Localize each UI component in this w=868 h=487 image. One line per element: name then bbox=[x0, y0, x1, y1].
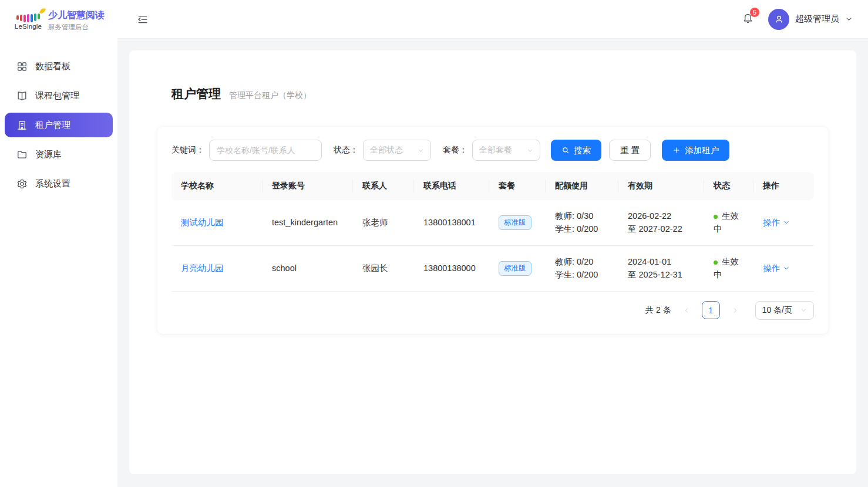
actions-dropdown[interactable]: 操作 bbox=[763, 262, 790, 275]
tenant-table: 学校名称 登录账号 联系人 联系电话 套餐 配额使用 有效期 状态 操作 测试幼… bbox=[171, 172, 814, 292]
status-cell: 生效中 bbox=[704, 245, 753, 291]
filter-bar: 关键词： 状态： 全部状态 套餐： 全部套餐 搜索 重 置 bbox=[171, 140, 814, 161]
sidebar-item-label: 租户管理 bbox=[35, 120, 70, 131]
menu-fold-icon bbox=[137, 13, 149, 25]
user-icon bbox=[773, 13, 785, 25]
sidebar-collapse-button[interactable] bbox=[137, 12, 152, 27]
sidebar-item-dashboard[interactable]: 数据看板 bbox=[5, 54, 113, 79]
main-content: 租户管理 管理平台租户（学校） 关键词： 状态： 全部状态 套餐： 全部套餐 bbox=[117, 0, 868, 474]
sidebar-item-settings[interactable]: 系统设置 bbox=[5, 171, 113, 196]
keyword-label: 关键词： bbox=[171, 145, 204, 155]
sidebar-item-label: 系统设置 bbox=[35, 178, 70, 190]
lesingle-logo-icon: LeSingle bbox=[15, 12, 41, 30]
quota-student: 学生: 0/200 bbox=[555, 268, 609, 281]
logo-wordmark: LeSingle bbox=[15, 23, 42, 30]
dashboard-icon bbox=[16, 61, 28, 72]
column-header-school: 学校名称 bbox=[171, 172, 263, 200]
actions-label: 操作 bbox=[763, 262, 780, 275]
column-header-phone: 联系电话 bbox=[414, 172, 489, 200]
plan-select[interactable]: 全部套餐 bbox=[472, 140, 540, 161]
logo-leaf-icon bbox=[39, 6, 46, 14]
notification-badge: 5 bbox=[749, 7, 760, 18]
search-icon bbox=[561, 146, 570, 154]
valid-from: 2026-02-22 bbox=[628, 209, 695, 222]
user-name: 超级管理员 bbox=[795, 13, 839, 25]
chevron-down-icon bbox=[783, 265, 790, 272]
phone-cell: 13800138000 bbox=[414, 245, 489, 291]
valid-to: 至 2025-12-31 bbox=[628, 268, 695, 281]
chevron-down-icon bbox=[527, 147, 533, 154]
page-size-select[interactable]: 10 条/页 bbox=[755, 301, 814, 320]
column-header-validity: 有效期 bbox=[618, 172, 704, 200]
sidebar-item-tenants[interactable]: 租户管理 bbox=[5, 113, 113, 137]
contact-cell: 张老师 bbox=[353, 200, 414, 245]
search-button[interactable]: 搜索 bbox=[551, 140, 601, 161]
status-select-value: 全部状态 bbox=[370, 145, 403, 155]
quota-teacher: 教师: 0/20 bbox=[555, 255, 609, 268]
sidebar-item-label: 数据看板 bbox=[35, 61, 70, 72]
reset-button-label: 重 置 bbox=[620, 145, 640, 156]
topbar: 5 超级管理员 bbox=[117, 0, 868, 39]
chevron-down-icon bbox=[845, 15, 853, 23]
sidebar-item-course-packages[interactable]: 课程包管理 bbox=[5, 83, 113, 108]
brand: LeSingle 少儿智慧阅读 服务管理后台 bbox=[0, 0, 117, 41]
school-name-link[interactable]: 测试幼儿园 bbox=[181, 218, 224, 227]
phone-cell: 13800138001 bbox=[414, 200, 489, 245]
page-size-value: 10 条/页 bbox=[762, 305, 792, 316]
chevron-down-icon bbox=[800, 307, 807, 313]
avatar bbox=[768, 9, 789, 30]
account-cell: school bbox=[263, 245, 353, 291]
keyword-input[interactable] bbox=[209, 140, 322, 161]
pagination: 共 2 条 1 10 条/页 bbox=[171, 301, 814, 320]
content-card: 租户管理 管理平台租户（学校） 关键词： 状态： 全部状态 套餐： 全部套餐 bbox=[129, 50, 856, 474]
actions-label: 操作 bbox=[763, 216, 780, 229]
plan-tag: 标准版 bbox=[499, 261, 531, 276]
reset-button[interactable]: 重 置 bbox=[609, 140, 651, 161]
status-badge: 生效中 bbox=[714, 211, 739, 234]
school-name-link[interactable]: 月亮幼儿园 bbox=[181, 263, 224, 273]
pagination-next-button[interactable] bbox=[729, 302, 741, 319]
column-header-plan: 套餐 bbox=[489, 172, 546, 200]
sidebar-item-label: 资源库 bbox=[35, 149, 62, 160]
plan-tag: 标准版 bbox=[499, 215, 531, 230]
sidebar-item-label: 课程包管理 bbox=[35, 90, 79, 102]
quota-teacher: 教师: 0/30 bbox=[555, 209, 609, 222]
contact-cell: 张园长 bbox=[353, 245, 414, 291]
status-badge: 生效中 bbox=[714, 257, 739, 279]
status-select[interactable]: 全部状态 bbox=[363, 140, 431, 161]
user-menu[interactable]: 超级管理员 bbox=[768, 9, 853, 30]
valid-from: 2024-01-01 bbox=[628, 255, 695, 268]
table-row: 测试幼儿园 test_kindergarten 张老师 13800138001 … bbox=[171, 200, 814, 245]
table-header-row: 学校名称 登录账号 联系人 联系电话 套餐 配额使用 有效期 状态 操作 bbox=[171, 172, 814, 200]
brand-subtitle: 服务管理后台 bbox=[48, 23, 105, 32]
pagination-total: 共 2 条 bbox=[645, 305, 671, 316]
sidebar-item-resources[interactable]: 资源库 bbox=[5, 142, 113, 167]
sidebar-menu: 数据看板 课程包管理 租户管理 资源库 系统设置 bbox=[0, 41, 117, 196]
add-tenant-button-label: 添加租户 bbox=[685, 145, 719, 156]
pagination-prev-button[interactable] bbox=[681, 302, 692, 319]
page-header: 租户管理 管理平台租户（学校） bbox=[171, 86, 828, 102]
column-header-actions: 操作 bbox=[753, 172, 814, 200]
status-dot-icon bbox=[714, 215, 718, 219]
chevron-down-icon bbox=[418, 147, 424, 154]
notifications-button[interactable]: 5 bbox=[742, 12, 754, 26]
plus-icon bbox=[672, 146, 681, 154]
tenant-panel: 关键词： 状态： 全部状态 套餐： 全部套餐 搜索 重 置 bbox=[157, 127, 828, 334]
account-cell: test_kindergarten bbox=[263, 200, 353, 245]
status-label: 状态： bbox=[334, 145, 358, 155]
folder-icon bbox=[16, 149, 28, 160]
status-cell: 生效中 bbox=[704, 200, 753, 245]
logo-bars-icon bbox=[16, 12, 41, 22]
plan-select-value: 全部套餐 bbox=[479, 145, 512, 155]
actions-dropdown[interactable]: 操作 bbox=[763, 216, 790, 229]
pagination-page-1[interactable]: 1 bbox=[702, 301, 720, 319]
validity-cell: 2024-01-01 至 2025-12-31 bbox=[618, 245, 704, 291]
book-icon bbox=[16, 90, 28, 102]
page-subtitle: 管理平台租户（学校） bbox=[229, 90, 311, 101]
building-icon bbox=[16, 120, 28, 131]
add-tenant-button[interactable]: 添加租户 bbox=[662, 140, 729, 161]
plan-label: 套餐： bbox=[443, 145, 467, 155]
quota-student: 学生: 0/200 bbox=[555, 222, 609, 235]
brand-text: 少儿智慧阅读 服务管理后台 bbox=[48, 9, 105, 32]
column-header-account: 登录账号 bbox=[263, 172, 353, 200]
